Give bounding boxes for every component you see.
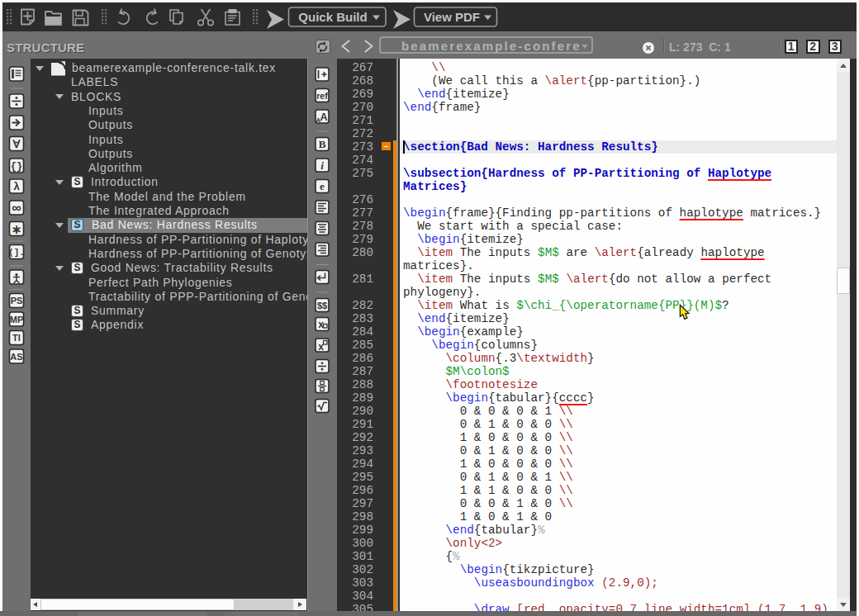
svg-text:$$: $$ (317, 301, 327, 310)
svg-text:∗: ∗ (12, 222, 22, 236)
svg-text:λ: λ (13, 180, 20, 192)
svg-text:MP: MP (10, 315, 24, 325)
svg-text:PS: PS (11, 296, 23, 306)
svg-text:(].: (]. (8, 248, 25, 258)
svg-text:A: A (320, 111, 327, 123)
svg-text:B: B (319, 138, 326, 150)
svg-text:ref: ref (316, 91, 328, 101)
svg-text:i: i (320, 159, 324, 172)
svg-text:A: A (316, 116, 321, 124)
svg-text:∞: ∞ (12, 201, 21, 215)
svg-text:∀: ∀ (12, 138, 21, 150)
svg-text:AS: AS (10, 352, 22, 362)
svg-text:TI: TI (12, 333, 21, 343)
svg-text:{}: {} (11, 161, 22, 173)
svg-text:e: e (320, 180, 325, 192)
